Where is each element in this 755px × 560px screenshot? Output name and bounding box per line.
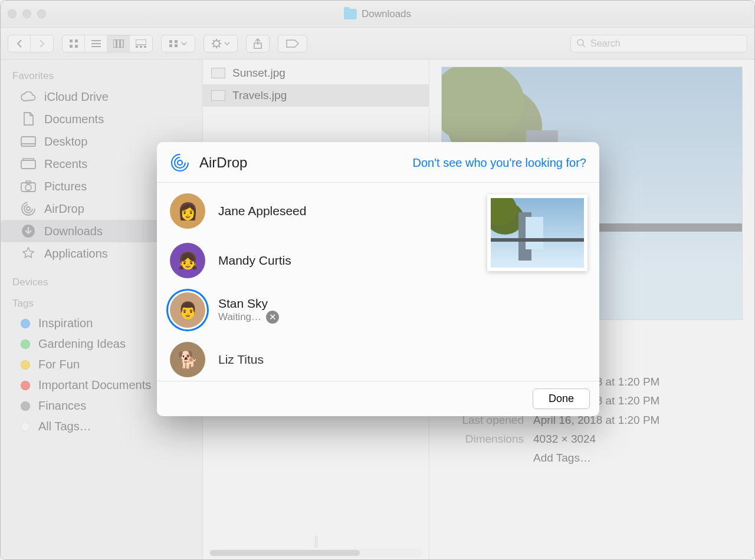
recents-icon (21, 156, 36, 172)
tag-dot-icon (21, 360, 30, 370)
airdrop-help-link[interactable]: Don't see who you're looking for? (413, 156, 586, 170)
forward-button[interactable] (31, 35, 53, 52)
recipient[interactable]: 👩 Jane Appleseed (157, 186, 475, 236)
horizontal-scrollbar[interactable] (209, 549, 423, 557)
svg-rect-3 (75, 45, 78, 48)
svg-line-29 (583, 45, 585, 47)
svg-rect-0 (70, 39, 73, 42)
search-field[interactable]: Search (570, 35, 747, 52)
svg-rect-7 (113, 39, 116, 48)
tags-button[interactable] (278, 35, 307, 52)
image-file-icon (211, 68, 225, 78)
sheet-title: AirDrop (199, 154, 247, 171)
svg-rect-36 (26, 181, 31, 183)
sidebar-item-icloud[interactable]: iCloud Drive (1, 85, 202, 108)
svg-line-24 (219, 46, 220, 47)
list-view-button[interactable] (85, 35, 107, 52)
svg-rect-11 (136, 46, 138, 48)
toolbar: Search (1, 28, 754, 60)
svg-rect-2 (70, 45, 73, 48)
cancel-send-button[interactable]: ✕ (266, 311, 279, 324)
recipient[interactable]: 👧 Mandy Curtis (157, 236, 475, 285)
tag-dot-icon (21, 381, 30, 390)
tag-dot-icon (21, 319, 30, 328)
svg-rect-10 (136, 39, 146, 45)
tag-dot-icon (21, 340, 30, 349)
share-button[interactable] (246, 35, 270, 52)
column-view-button[interactable] (107, 35, 130, 52)
svg-rect-33 (23, 159, 34, 160)
desktop-icon (21, 134, 36, 149)
svg-point-37 (27, 207, 30, 210)
svg-point-18 (214, 41, 219, 47)
add-tags-link[interactable]: Add Tags… (533, 449, 591, 467)
svg-rect-14 (169, 40, 172, 43)
tag-dot-icon (21, 422, 30, 431)
image-file-icon (211, 90, 225, 101)
airdrop-icon (170, 153, 190, 173)
titlebar: Downloads (1, 1, 754, 28)
avatar: 🐕 (170, 342, 205, 377)
zoom-window-button[interactable] (37, 9, 46, 18)
pictures-icon (21, 179, 36, 194)
preview-dimensions: 4032 × 3024 (533, 430, 596, 449)
documents-icon (21, 111, 36, 127)
svg-rect-32 (21, 160, 35, 169)
search-icon (577, 39, 586, 48)
search-placeholder: Search (590, 38, 621, 49)
svg-rect-1 (75, 39, 78, 42)
folder-icon (344, 9, 357, 19)
svg-rect-30 (21, 137, 35, 146)
file-row[interactable]: Travels.jpg (203, 84, 429, 107)
avatar: 👩 (170, 193, 205, 229)
done-button[interactable]: Done (533, 388, 590, 409)
action-button[interactable] (203, 35, 238, 52)
svg-point-42 (175, 157, 185, 168)
sidebar-item-documents[interactable]: Documents (1, 108, 202, 130)
avatar: 👨 (170, 292, 205, 328)
svg-line-25 (213, 46, 214, 47)
svg-line-26 (219, 40, 220, 41)
recipient[interactable]: 🐕 Liz Titus (157, 335, 475, 381)
svg-point-41 (178, 160, 182, 165)
back-button[interactable] (8, 35, 31, 52)
window-title: Downloads (362, 8, 411, 20)
tag-dot-icon (21, 401, 30, 411)
svg-rect-9 (120, 39, 123, 48)
svg-rect-15 (175, 40, 178, 43)
column-resize-handle[interactable] (315, 536, 317, 548)
avatar: 👧 (170, 243, 205, 278)
svg-line-23 (213, 40, 214, 41)
recipient-status: Waiting… (218, 311, 261, 323)
svg-point-35 (25, 185, 31, 190)
minimize-window-button[interactable] (22, 9, 31, 18)
applications-icon (21, 246, 36, 261)
sidebar-section-favorites: Favorites (1, 67, 202, 85)
cloud-icon (21, 89, 36, 104)
nav-group (8, 35, 54, 52)
svg-point-28 (577, 39, 583, 45)
gallery-view-button[interactable] (130, 35, 152, 52)
close-window-button[interactable] (8, 9, 17, 18)
share-thumbnail (487, 195, 587, 271)
group-by[interactable] (161, 35, 195, 52)
svg-rect-16 (169, 44, 172, 47)
recipient[interactable]: 👨 Stan Sky Waiting…✕ (157, 285, 475, 335)
svg-rect-8 (117, 39, 120, 48)
svg-point-38 (24, 205, 32, 213)
airdrop-icon (21, 201, 36, 216)
download-icon (21, 223, 36, 239)
view-group (62, 35, 153, 52)
traffic-lights (8, 9, 46, 18)
svg-rect-12 (140, 46, 142, 48)
airdrop-sheet: AirDrop Don't see who you're looking for… (157, 142, 599, 416)
sidebar-tag-all[interactable]: All Tags… (1, 416, 202, 437)
recipient-list: 👩 Jane Appleseed 👧 Mandy Curtis 👨 Stan S… (157, 183, 475, 381)
finder-window: Downloads Search Favorite (0, 0, 755, 560)
icon-view-button[interactable] (63, 35, 85, 52)
file-row[interactable]: Sunset.jpg (203, 62, 429, 84)
svg-rect-13 (144, 46, 146, 48)
svg-rect-17 (175, 44, 178, 47)
